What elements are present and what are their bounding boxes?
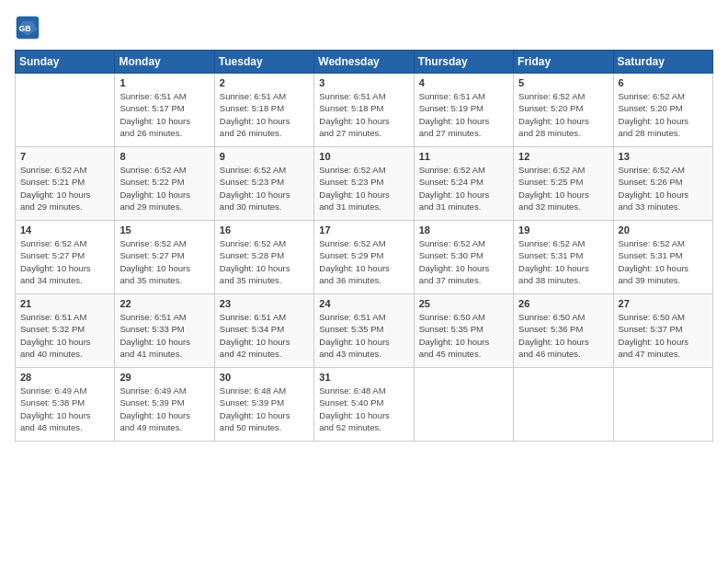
day-number: 7 — [20, 151, 109, 162]
logo: GB — [15, 15, 44, 40]
day-number: 27 — [619, 298, 708, 309]
day-cell: 19Sunrise: 6:52 AM Sunset: 5:31 PM Dayli… — [514, 221, 613, 294]
col-header-thursday: Thursday — [414, 51, 513, 74]
day-info: Sunrise: 6:48 AM Sunset: 5:39 PM Dayligh… — [220, 385, 309, 433]
day-info: Sunrise: 6:52 AM Sunset: 5:24 PM Dayligh… — [419, 164, 508, 213]
day-cell: 17Sunrise: 6:52 AM Sunset: 5:29 PM Dayli… — [314, 221, 414, 294]
day-number: 2 — [220, 77, 309, 88]
day-info: Sunrise: 6:50 AM Sunset: 5:37 PM Dayligh… — [619, 311, 708, 360]
day-info: Sunrise: 6:50 AM Sunset: 5:35 PM Dayligh… — [419, 311, 508, 360]
day-number: 24 — [319, 298, 408, 309]
day-info: Sunrise: 6:49 AM Sunset: 5:38 PM Dayligh… — [20, 385, 109, 433]
day-number: 22 — [119, 298, 209, 309]
day-info: Sunrise: 6:52 AM Sunset: 5:23 PM Dayligh… — [319, 164, 408, 213]
day-cell: 1Sunrise: 6:51 AM Sunset: 5:17 PM Daylig… — [115, 74, 214, 147]
day-number: 21 — [20, 298, 109, 309]
col-header-friday: Friday — [514, 51, 613, 74]
day-number: 9 — [220, 151, 309, 162]
day-cell: 5Sunrise: 6:52 AM Sunset: 5:20 PM Daylig… — [514, 74, 613, 147]
day-cell: 30Sunrise: 6:48 AM Sunset: 5:39 PM Dayli… — [214, 368, 313, 442]
day-info: Sunrise: 6:52 AM Sunset: 5:20 PM Dayligh… — [619, 90, 708, 139]
day-cell: 8Sunrise: 6:52 AM Sunset: 5:22 PM Daylig… — [115, 147, 214, 221]
day-cell: 3Sunrise: 6:51 AM Sunset: 5:18 PM Daylig… — [314, 74, 414, 147]
col-header-wednesday: Wednesday — [314, 51, 414, 74]
day-info: Sunrise: 6:52 AM Sunset: 5:28 PM Dayligh… — [220, 237, 309, 286]
day-cell: 6Sunrise: 6:52 AM Sunset: 5:20 PM Daylig… — [613, 74, 712, 147]
week-row-4: 21Sunrise: 6:51 AM Sunset: 5:32 PM Dayli… — [16, 294, 713, 368]
day-cell: 24Sunrise: 6:51 AM Sunset: 5:35 PM Dayli… — [314, 294, 414, 368]
day-cell: 11Sunrise: 6:52 AM Sunset: 5:24 PM Dayli… — [414, 147, 513, 221]
calendar-table: SundayMondayTuesdayWednesdayThursdayFrid… — [15, 50, 713, 442]
day-info: Sunrise: 6:52 AM Sunset: 5:31 PM Dayligh… — [619, 237, 708, 286]
day-info: Sunrise: 6:52 AM Sunset: 5:29 PM Dayligh… — [319, 237, 408, 286]
day-cell — [514, 368, 613, 442]
day-cell: 31Sunrise: 6:48 AM Sunset: 5:40 PM Dayli… — [314, 368, 414, 442]
day-info: Sunrise: 6:51 AM Sunset: 5:18 PM Dayligh… — [319, 90, 408, 139]
day-cell: 7Sunrise: 6:52 AM Sunset: 5:21 PM Daylig… — [16, 147, 115, 221]
day-number: 23 — [220, 298, 309, 309]
day-number: 8 — [119, 151, 209, 162]
day-info: Sunrise: 6:52 AM Sunset: 5:27 PM Dayligh… — [20, 237, 109, 286]
day-number: 12 — [518, 151, 608, 162]
day-cell: 13Sunrise: 6:52 AM Sunset: 5:26 PM Dayli… — [613, 147, 712, 221]
day-info: Sunrise: 6:52 AM Sunset: 5:22 PM Dayligh… — [119, 164, 209, 213]
col-header-sunday: Sunday — [16, 51, 115, 74]
day-cell: 27Sunrise: 6:50 AM Sunset: 5:37 PM Dayli… — [613, 294, 712, 368]
day-number: 30 — [220, 372, 309, 383]
logo-icon: GB — [15, 15, 40, 40]
day-info: Sunrise: 6:52 AM Sunset: 5:21 PM Dayligh… — [20, 164, 109, 213]
day-info: Sunrise: 6:52 AM Sunset: 5:26 PM Dayligh… — [619, 164, 708, 213]
col-header-tuesday: Tuesday — [214, 51, 313, 74]
day-cell: 18Sunrise: 6:52 AM Sunset: 5:30 PM Dayli… — [414, 221, 513, 294]
day-cell: 2Sunrise: 6:51 AM Sunset: 5:18 PM Daylig… — [214, 74, 313, 147]
day-info: Sunrise: 6:51 AM Sunset: 5:35 PM Dayligh… — [319, 311, 408, 360]
day-number: 4 — [419, 77, 508, 88]
day-number: 11 — [419, 151, 508, 162]
day-info: Sunrise: 6:50 AM Sunset: 5:36 PM Dayligh… — [518, 311, 608, 360]
day-cell: 15Sunrise: 6:52 AM Sunset: 5:27 PM Dayli… — [115, 221, 214, 294]
day-cell: 10Sunrise: 6:52 AM Sunset: 5:23 PM Dayli… — [314, 147, 414, 221]
day-info: Sunrise: 6:52 AM Sunset: 5:31 PM Dayligh… — [518, 237, 608, 286]
day-number: 1 — [119, 77, 209, 88]
page-container: GB SundayMondayTuesdayWednesdayThursdayF… — [0, 0, 728, 449]
day-number: 17 — [319, 224, 408, 236]
week-row-3: 14Sunrise: 6:52 AM Sunset: 5:27 PM Dayli… — [16, 221, 713, 294]
day-cell: 9Sunrise: 6:52 AM Sunset: 5:23 PM Daylig… — [214, 147, 313, 221]
day-info: Sunrise: 6:51 AM Sunset: 5:19 PM Dayligh… — [419, 90, 508, 139]
day-cell — [414, 368, 513, 442]
col-header-saturday: Saturday — [613, 51, 712, 74]
day-cell — [613, 368, 712, 442]
day-cell: 20Sunrise: 6:52 AM Sunset: 5:31 PM Dayli… — [613, 221, 712, 294]
day-info: Sunrise: 6:49 AM Sunset: 5:39 PM Dayligh… — [119, 385, 209, 433]
day-cell: 14Sunrise: 6:52 AM Sunset: 5:27 PM Dayli… — [16, 221, 115, 294]
day-info: Sunrise: 6:52 AM Sunset: 5:20 PM Dayligh… — [518, 90, 608, 139]
day-number: 20 — [619, 224, 708, 236]
day-info: Sunrise: 6:51 AM Sunset: 5:32 PM Dayligh… — [20, 311, 109, 360]
day-number: 3 — [319, 77, 408, 88]
day-number: 29 — [119, 372, 209, 383]
svg-text:GB: GB — [18, 24, 30, 33]
day-info: Sunrise: 6:51 AM Sunset: 5:34 PM Dayligh… — [220, 311, 309, 360]
day-info: Sunrise: 6:52 AM Sunset: 5:23 PM Dayligh… — [220, 164, 309, 213]
day-info: Sunrise: 6:52 AM Sunset: 5:25 PM Dayligh… — [518, 164, 608, 213]
day-cell: 26Sunrise: 6:50 AM Sunset: 5:36 PM Dayli… — [514, 294, 613, 368]
day-cell: 12Sunrise: 6:52 AM Sunset: 5:25 PM Dayli… — [514, 147, 613, 221]
day-number: 28 — [20, 372, 109, 383]
day-number: 18 — [419, 224, 508, 236]
day-number: 16 — [220, 224, 309, 236]
day-info: Sunrise: 6:51 AM Sunset: 5:17 PM Dayligh… — [119, 90, 209, 139]
day-cell: 29Sunrise: 6:49 AM Sunset: 5:39 PM Dayli… — [115, 368, 214, 442]
day-number: 13 — [619, 151, 708, 162]
day-number: 19 — [518, 224, 608, 236]
day-number: 6 — [619, 77, 708, 88]
day-number: 15 — [119, 224, 209, 236]
day-number: 25 — [419, 298, 508, 309]
day-info: Sunrise: 6:52 AM Sunset: 5:30 PM Dayligh… — [419, 237, 508, 286]
day-cell: 21Sunrise: 6:51 AM Sunset: 5:32 PM Dayli… — [16, 294, 115, 368]
day-cell: 25Sunrise: 6:50 AM Sunset: 5:35 PM Dayli… — [414, 294, 513, 368]
day-info: Sunrise: 6:51 AM Sunset: 5:33 PM Dayligh… — [119, 311, 209, 360]
day-cell: 4Sunrise: 6:51 AM Sunset: 5:19 PM Daylig… — [414, 74, 513, 147]
col-header-monday: Monday — [115, 51, 214, 74]
day-cell: 23Sunrise: 6:51 AM Sunset: 5:34 PM Dayli… — [214, 294, 313, 368]
week-row-2: 7Sunrise: 6:52 AM Sunset: 5:21 PM Daylig… — [16, 147, 713, 221]
